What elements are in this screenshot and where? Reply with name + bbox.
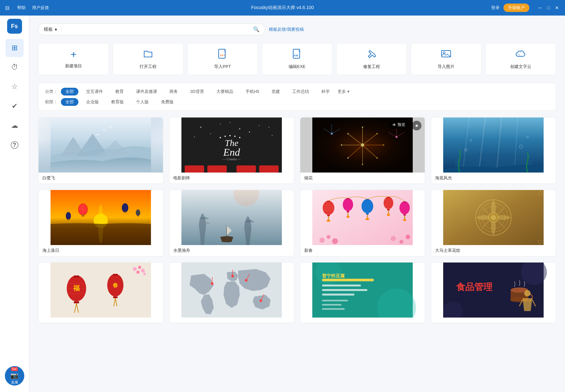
action-repair[interactable]: 修复工程 [336,43,407,75]
filter-category-science[interactable]: 科学 [317,88,334,95]
template-card-yanhua[interactable]: 👁 预览 ★ 烟花 [300,117,425,184]
template-thumb-damascus [431,190,556,245]
template-name-damascus: 大马士革花纹 [431,245,556,256]
search-input[interactable] [65,27,253,32]
login-button[interactable]: 登录 [491,5,500,11]
svg-point-18 [272,135,272,136]
template-card-sunset[interactable]: 海上落日 [38,190,163,256]
sidebar-item-tasks[interactable]: ✔ [6,97,24,115]
action-edit-exe[interactable]: EXE 编辑EXE [262,43,332,75]
svg-rect-133 [74,301,79,303]
template-card-xinchun[interactable]: 新春 [300,190,425,256]
maximize-button[interactable]: □ [546,5,551,11]
filter-permission-free[interactable]: 免费版 [156,98,178,106]
live-button[interactable]: live 📷 直播 [5,366,24,386]
template-feedback-link[interactable]: 模板反馈/我要投稿 [269,27,304,32]
template-card-theend[interactable]: The End — Cinema — 电影剧终 [169,117,294,184]
filter-category-party[interactable]: 党建 [267,88,284,95]
minimize-button[interactable]: ─ [537,5,543,11]
cloud-icon: ☁ [11,121,18,130]
sidebar-item-cloud[interactable]: ☁ [6,117,24,135]
action-open-project[interactable]: 打开工程 [113,43,183,75]
window-controls: ─ □ ✕ [537,5,560,11]
upgrade-button[interactable]: 升级账户 [503,4,529,12]
template-thumb-ppt-teal: 普宁炸豆腐 [300,263,425,318]
filter-category-3d[interactable]: 3D背景 [186,88,209,95]
import-img-icon [441,49,451,61]
menu-feedback[interactable]: 用户反馈 [32,5,49,11]
action-import-ppt[interactable]: PPT 导入PPT [187,43,258,75]
svg-text:春: 春 [113,283,118,288]
filter-category-education[interactable]: 教育 [111,88,128,95]
svg-point-102 [384,197,393,209]
template-card-food[interactable]: 食品管理 [431,262,556,323]
template-card-lantern2[interactable]: 福 春 [38,262,163,323]
svg-point-14 [230,122,230,123]
filter-permission-all[interactable]: 全部 [61,98,78,106]
category-filter-row: 分类： 全部 交互课件 教育 课件及微课 商务 3D背景 大赛精品 手机H5 党… [45,88,549,95]
template-thumb-lantern2: 福 春 [39,263,163,318]
title-bar-menu: ⊟ 帮助 用户反馈 [5,5,49,11]
action-text-cloud[interactable]: T 创建文字云 [485,43,556,75]
eye-icon: 👁 [392,123,396,127]
svg-point-10 [220,124,221,124]
sidebar-logo: Fs [7,19,22,34]
svg-text:— Cinema —: — Cinema — [222,157,241,161]
sidebar-item-recent[interactable]: ⏱ [6,58,24,76]
template-thumb-haidi [431,118,556,173]
import-ppt-label: 导入PPT [214,64,231,70]
svg-point-23 [239,137,240,138]
svg-point-107 [387,214,390,216]
filter-category-courseware[interactable]: 课件及微课 [132,88,162,95]
svg-point-13 [210,133,211,134]
filter-permission-education[interactable]: 教育版 [107,98,128,106]
svg-rect-169 [322,304,341,306]
filter-category-all[interactable]: 全部 [61,88,78,95]
svg-point-11 [239,129,240,129]
svg-rect-97 [366,199,369,200]
filter-category-competition[interactable]: 大赛精品 [212,88,238,95]
template-card-haidi[interactable]: 海底风光 [431,117,556,184]
svg-rect-30 [259,165,279,173]
filter-category-interactive[interactable]: 交互课件 [82,88,108,95]
filter-category-more[interactable]: 更多 ▾ [338,89,350,95]
menu-help[interactable]: 帮助 [17,5,26,11]
action-new-project[interactable]: + 新建项目 [38,43,109,75]
svg-point-115 [327,235,330,239]
search-icon[interactable]: 🔍 [253,26,259,32]
action-import-img[interactable]: 导入图片 [411,43,481,75]
template-thumb-yanhua: 👁 预览 ★ [300,118,425,173]
sidebar-item-help[interactable]: ? [6,136,24,154]
svg-rect-130 [51,263,151,318]
edit-exe-label: 编辑EXE [289,64,306,70]
sidebar-item-star[interactable]: ☆ [6,78,24,96]
svg-point-12 [259,125,259,126]
template-thumb-baihefei [39,118,163,173]
preview-button[interactable]: 👁 预览 [388,121,409,129]
close-button[interactable]: ✕ [554,5,560,11]
svg-rect-165 [322,289,367,291]
filter-permission-enterprise[interactable]: 企业版 [82,98,103,106]
template-card-shuimo[interactable]: 水墨渔舟 [169,190,294,256]
svg-point-147 [138,266,141,269]
star-icon: ★ [415,123,419,128]
sidebar: Fs ⊞ ⏱ ☆ ✔ ☁ ? live 📷 直播 [0,16,29,392]
template-card-worldmap[interactable] [169,262,294,323]
svg-point-113 [403,219,406,221]
chevron-down-icon[interactable]: ▾ [55,27,57,32]
filter-category-business[interactable]: 商务 [165,88,182,95]
star-icon: ☆ [11,83,18,91]
template-card-damascus[interactable]: 大马士革花纹 [431,190,556,256]
svg-point-22 [234,136,236,137]
svg-text:食品管理: 食品管理 [456,282,493,292]
template-card-baihefei[interactable]: 白鹭飞 [38,117,163,184]
svg-point-125 [491,215,496,220]
svg-point-86 [327,220,330,222]
filter-permission-personal[interactable]: 个人版 [132,98,153,106]
filter-category-work[interactable]: 工作总结 [288,88,314,95]
favorite-button[interactable]: ★ [412,121,421,130]
filter-category-h5[interactable]: 手机H5 [241,88,264,95]
sidebar-item-home[interactable]: ⊞ [6,39,24,57]
template-card-ppt-teal[interactable]: 普宁炸豆腐 [300,262,425,323]
app-title: Focusky动画演示大师 v4.6.100 [251,5,314,11]
